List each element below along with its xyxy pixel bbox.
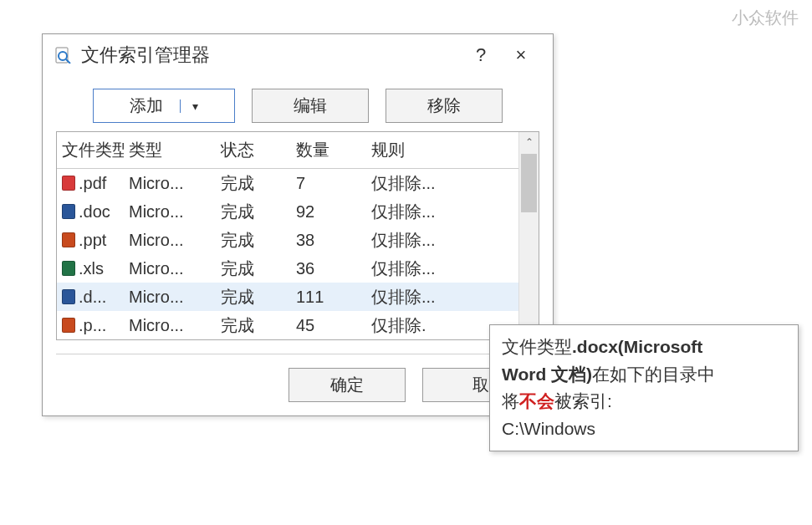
ok-button[interactable]: 确定	[289, 368, 406, 402]
cell-filetype: .xls	[57, 256, 124, 282]
table-row[interactable]: .docMicro...完成92仅排除...	[57, 197, 518, 226]
cell-type: Micro...	[124, 313, 216, 339]
cell-filetype: .d...	[57, 284, 124, 310]
table-header: 文件类型 类型 状态 数量 规则	[57, 132, 518, 169]
filetype-icon	[62, 289, 75, 304]
edit-button[interactable]: 编辑	[252, 89, 369, 123]
scroll-thumb[interactable]	[521, 154, 537, 212]
tooltip-text: 将	[502, 391, 519, 410]
cell-rule: 仅排除...	[366, 254, 518, 283]
vertical-scrollbar[interactable]: ⌃	[518, 132, 539, 339]
toolbar: 添加 ▾ 编辑 移除	[43, 77, 553, 131]
tooltip-text: 被索引:	[554, 391, 612, 410]
cell-type: Micro...	[124, 256, 216, 282]
watermark-text: 小众软件	[732, 7, 799, 29]
ext-text: .ppt	[79, 231, 106, 249]
cell-filetype: .p...	[57, 313, 124, 339]
table-row[interactable]: .pdfMicro...完成7仅排除...	[57, 169, 518, 197]
cell-qty: 45	[291, 313, 366, 339]
add-button[interactable]: 添加 ▾	[93, 89, 235, 123]
add-button-label: 添加	[130, 94, 163, 117]
tooltip-path: C:\Windows	[502, 419, 595, 438]
ext-text: .d...	[79, 288, 106, 306]
cell-qty: 92	[291, 199, 366, 225]
header-qty[interactable]: 数量	[291, 132, 366, 168]
cell-rule: 仅排除...	[366, 197, 518, 227]
tooltip-notword: 不会	[519, 391, 554, 410]
cell-qty: 38	[291, 227, 366, 253]
remove-button[interactable]: 移除	[386, 89, 503, 123]
cell-filetype: .doc	[57, 199, 124, 225]
tooltip-filetype: .docx(Microsoft	[572, 337, 702, 356]
cell-qty: 7	[291, 171, 366, 196]
filetype-icon	[62, 261, 75, 276]
cell-type: Micro...	[124, 284, 216, 310]
cell-qty: 111	[291, 284, 366, 310]
filetype-icon	[62, 176, 75, 191]
dialog-footer: 确定 取	[43, 354, 553, 415]
cell-type: Micro...	[124, 199, 216, 225]
ext-text: .xls	[79, 259, 104, 278]
ext-text: .p...	[79, 316, 106, 334]
filetype-icon	[62, 232, 75, 247]
tooltip-text: 文件类型	[502, 337, 572, 356]
magnifier-icon	[54, 46, 73, 64]
header-filetype[interactable]: 文件类型	[57, 132, 124, 168]
chevron-down-icon: ▾	[180, 99, 198, 113]
titlebar: 文件索引管理器 ? ×	[43, 34, 553, 77]
tooltip-text: 在如下的目录中	[592, 364, 715, 384]
table-row[interactable]: .p...Micro...完成45仅排除.	[57, 311, 518, 339]
dialog-title: 文件索引管理器	[81, 43, 210, 68]
ext-text: .pdf	[79, 174, 106, 192]
file-index-manager-dialog: 文件索引管理器 ? × 添加 ▾ 编辑 移除 文件类型 类型 状态 数量 规则 …	[42, 33, 554, 416]
close-button[interactable]: ×	[501, 44, 541, 66]
help-button[interactable]: ?	[461, 44, 501, 66]
cell-type: Micro...	[124, 171, 216, 196]
cell-rule: 仅排除...	[366, 226, 518, 255]
cell-filetype: .pdf	[57, 171, 124, 196]
header-type[interactable]: 类型	[124, 132, 216, 168]
filetype-icon	[62, 318, 75, 333]
scroll-up-icon[interactable]: ⌃	[519, 132, 539, 152]
cell-type: Micro...	[124, 227, 216, 253]
cell-rule: 仅排除...	[366, 283, 518, 312]
cell-status: 完成	[216, 226, 291, 255]
cell-qty: 36	[291, 256, 366, 282]
cell-rule: 仅排除...	[366, 169, 518, 198]
file-type-table: 文件类型 类型 状态 数量 规则 .pdfMicro...完成7仅排除....d…	[56, 131, 539, 340]
header-rule[interactable]: 规则	[366, 132, 518, 168]
cell-filetype: .ppt	[57, 227, 124, 253]
cell-status: 完成	[216, 283, 291, 312]
cell-status: 完成	[216, 311, 291, 340]
table-row[interactable]: .xlsMicro...完成36仅排除...	[57, 254, 518, 283]
table-row[interactable]: .pptMicro...完成38仅排除...	[57, 226, 518, 254]
tooltip-filetype-cont: Word 文档)	[502, 364, 592, 384]
table-row[interactable]: .d...Micro...完成111仅排除...	[57, 283, 518, 311]
cell-status: 完成	[216, 197, 291, 227]
header-status[interactable]: 状态	[216, 132, 291, 168]
cell-status: 完成	[216, 254, 291, 283]
ext-text: .doc	[79, 202, 110, 221]
rule-tooltip: 文件类型.docx(Microsoft Word 文档)在如下的目录中 将不会被…	[489, 324, 799, 451]
filetype-icon	[62, 204, 75, 219]
cell-status: 完成	[216, 169, 291, 198]
